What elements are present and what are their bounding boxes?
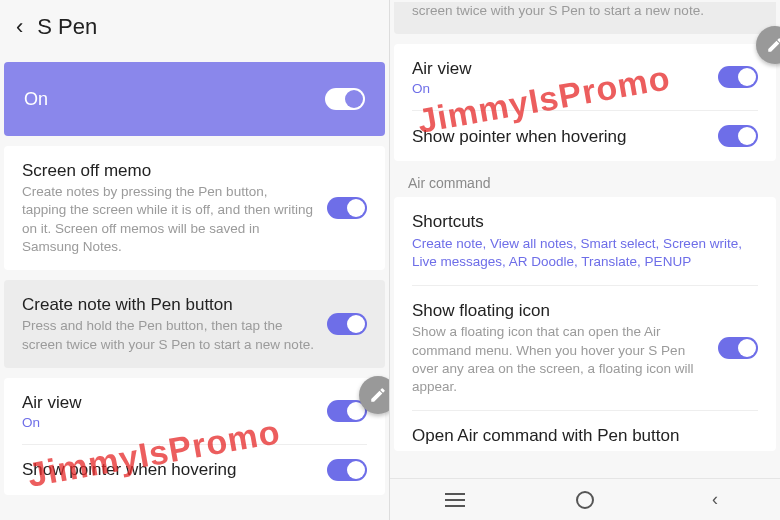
row-title: Create note with Pen button — [22, 294, 315, 315]
settings-card-aircmd: Shortcuts Create note, View all notes, S… — [394, 197, 776, 450]
settings-card-3: Air view On Show pointer when hovering — [4, 378, 385, 495]
back-caret-icon: ‹ — [712, 489, 718, 510]
row-title: Show pointer when hovering — [22, 459, 315, 480]
row-status: On — [22, 415, 315, 430]
row-title: Air view — [412, 58, 706, 79]
header: ‹ S Pen — [0, 0, 389, 62]
row-screen-off-memo[interactable]: Screen off memo Create notes by pressing… — [4, 146, 385, 270]
edit-fab[interactable] — [359, 376, 390, 414]
row-create-note[interactable]: Create note with Pen button Press and ho… — [4, 280, 385, 368]
pencil-icon — [369, 386, 387, 404]
row-title: Screen off memo — [22, 160, 315, 181]
row-shortcuts-list: Create note, View all notes, Smart selec… — [412, 235, 746, 271]
row-title: Air view — [22, 392, 315, 413]
row-desc: Press and hold the Pen button, then tap … — [22, 317, 315, 353]
settings-card-airview: Air view On Show pointer when hovering — [394, 44, 776, 161]
toggle-switch[interactable] — [718, 125, 758, 147]
master-toggle-label: On — [24, 89, 325, 110]
row-desc: screen twice with your S Pen to start a … — [412, 2, 758, 20]
toggle-switch[interactable] — [327, 459, 367, 481]
settings-card-1: Screen off memo Create notes by pressing… — [4, 146, 385, 270]
row-create-note-partial: screen twice with your S Pen to start a … — [394, 2, 776, 34]
toggle-switch[interactable] — [327, 197, 367, 219]
section-header-air-command: Air command — [390, 161, 780, 197]
back-icon[interactable]: ‹ — [16, 14, 23, 40]
settings-panel-right: screen twice with your S Pen to start a … — [390, 0, 780, 520]
row-desc: Show a floating icon that can open the A… — [412, 323, 706, 396]
row-air-view[interactable]: Air view On — [4, 378, 385, 444]
recents-icon — [445, 493, 465, 507]
master-toggle-banner[interactable]: On — [4, 62, 385, 136]
nav-back-button[interactable]: ‹ — [703, 488, 727, 512]
settings-panel-left: ‹ S Pen On Screen off memo Create notes … — [0, 0, 390, 520]
row-title: Shortcuts — [412, 211, 746, 232]
nav-home-button[interactable] — [573, 488, 597, 512]
toggle-switch[interactable] — [718, 337, 758, 359]
row-floating-icon[interactable]: Show floating icon Show a floating icon … — [394, 286, 776, 410]
row-status: On — [412, 81, 706, 96]
master-toggle-switch[interactable] — [325, 88, 365, 110]
settings-card-2: Create note with Pen button Press and ho… — [4, 280, 385, 368]
row-shortcuts[interactable]: Shortcuts Create note, View all notes, S… — [394, 197, 776, 285]
page-title: S Pen — [37, 14, 97, 40]
toggle-switch[interactable] — [327, 313, 367, 335]
row-title: Show pointer when hovering — [412, 126, 706, 147]
row-pointer[interactable]: Show pointer when hovering — [4, 445, 385, 495]
row-title: Open Air command with Pen button — [412, 425, 746, 446]
nav-recents-button[interactable] — [443, 488, 467, 512]
toggle-switch[interactable] — [718, 66, 758, 88]
row-open-air-command[interactable]: Open Air command with Pen button — [394, 411, 776, 450]
row-desc: Create notes by pressing the Pen button,… — [22, 183, 315, 256]
row-air-view[interactable]: Air view On — [394, 44, 776, 110]
home-icon — [576, 491, 594, 509]
row-pointer[interactable]: Show pointer when hovering — [394, 111, 776, 161]
android-navbar: ‹ — [390, 478, 780, 520]
row-title: Show floating icon — [412, 300, 706, 321]
